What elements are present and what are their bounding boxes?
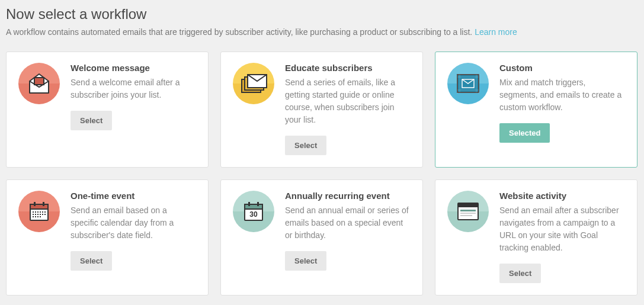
envelope-stack-icon bbox=[240, 72, 267, 95]
svg-rect-23 bbox=[40, 214, 41, 215]
workflow-card-annual[interactable]: 30 Annually recurring event Send an annu… bbox=[220, 179, 423, 296]
select-button[interactable]: Select bbox=[499, 264, 541, 283]
svg-rect-38 bbox=[460, 213, 476, 214]
svg-rect-20 bbox=[33, 214, 34, 215]
card-title: Website activity bbox=[499, 191, 625, 201]
workflow-card-welcome[interactable]: Welcome message Send a welcome email aft… bbox=[6, 52, 209, 168]
annual-icon-wrap: 30 bbox=[233, 191, 274, 232]
page-description: A workflow contains automated emails tha… bbox=[6, 26, 638, 38]
svg-rect-18 bbox=[42, 211, 43, 213]
svg-rect-17 bbox=[40, 211, 41, 213]
svg-rect-21 bbox=[35, 214, 36, 215]
card-title: One-time event bbox=[71, 191, 196, 201]
svg-rect-14 bbox=[33, 211, 34, 213]
card-description: Send an annual email or series of emails… bbox=[285, 204, 411, 242]
svg-rect-31 bbox=[245, 204, 262, 209]
svg-rect-32 bbox=[248, 202, 250, 206]
svg-rect-37 bbox=[460, 210, 476, 211]
svg-rect-29 bbox=[40, 216, 41, 217]
svg-rect-22 bbox=[37, 214, 39, 215]
svg-text:30: 30 bbox=[249, 210, 258, 219]
welcome-icon-wrap bbox=[18, 63, 60, 104]
svg-rect-36 bbox=[458, 203, 478, 207]
card-title: Custom bbox=[499, 63, 625, 73]
selected-button[interactable]: Selected bbox=[499, 123, 550, 143]
svg-rect-0 bbox=[34, 78, 44, 85]
page-description-text: A workflow contains automated emails tha… bbox=[6, 27, 475, 37]
workflow-card-custom[interactable]: Custom Mix and match triggers, segments,… bbox=[435, 52, 637, 168]
website-icon-wrap bbox=[447, 191, 489, 232]
workflow-card-website[interactable]: Website activity Send an email after a s… bbox=[435, 179, 637, 296]
workflow-card-educate[interactable]: Educate subscribers Send a series of ema… bbox=[220, 52, 423, 168]
svg-rect-26 bbox=[33, 216, 34, 217]
page-title: Now select a workflow bbox=[6, 6, 638, 23]
educate-icon-wrap bbox=[233, 63, 274, 104]
svg-rect-13 bbox=[43, 202, 44, 206]
svg-rect-39 bbox=[460, 215, 472, 216]
calendar-icon bbox=[28, 201, 50, 222]
card-title: Annually recurring event bbox=[285, 191, 411, 201]
svg-rect-11 bbox=[30, 204, 48, 209]
workflow-grid: Welcome message Send a welcome email aft… bbox=[6, 52, 638, 296]
blueprint-icon bbox=[456, 73, 480, 94]
custom-icon-wrap bbox=[447, 63, 489, 104]
svg-rect-33 bbox=[257, 202, 259, 206]
svg-rect-28 bbox=[37, 216, 39, 217]
card-description: Mix and match triggers, segments, and em… bbox=[499, 76, 625, 114]
learn-more-link[interactable]: Learn more bbox=[475, 27, 517, 37]
svg-rect-27 bbox=[35, 216, 36, 217]
card-description: Send an email based on a specific calend… bbox=[71, 204, 196, 242]
svg-rect-15 bbox=[35, 211, 36, 213]
calendar-30-icon: 30 bbox=[243, 201, 264, 222]
card-title: Welcome message bbox=[71, 63, 196, 73]
onetime-icon-wrap bbox=[18, 191, 60, 232]
svg-rect-19 bbox=[44, 211, 46, 213]
svg-rect-25 bbox=[44, 214, 46, 215]
card-description: Send an email after a subscriber navigat… bbox=[499, 204, 625, 254]
svg-rect-16 bbox=[37, 211, 39, 213]
envelope-open-icon bbox=[27, 72, 51, 95]
select-button[interactable]: Select bbox=[71, 111, 112, 130]
card-description: Send a welcome email after a subscriber … bbox=[71, 76, 196, 101]
select-button[interactable]: Select bbox=[71, 251, 112, 271]
card-description: Send a series of emails, like a getting … bbox=[285, 76, 411, 126]
svg-rect-24 bbox=[42, 214, 43, 215]
select-button[interactable]: Select bbox=[285, 136, 326, 155]
browser-icon bbox=[457, 202, 479, 221]
svg-rect-12 bbox=[34, 202, 36, 206]
select-button[interactable]: Select bbox=[285, 251, 326, 271]
card-title: Educate subscribers bbox=[285, 63, 411, 73]
workflow-card-onetime[interactable]: One-time event Send an email based on a … bbox=[6, 179, 209, 296]
